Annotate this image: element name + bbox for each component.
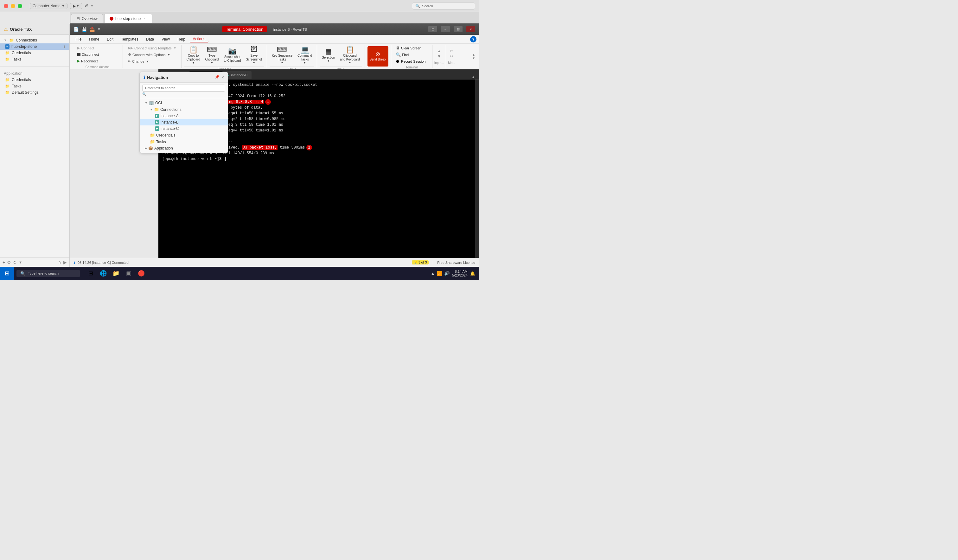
sidebar-hub-step-stone[interactable]: H hub-step-stone ⬆ (0, 43, 69, 50)
taskbar-search[interactable]: 🔍 Type here to search (16, 270, 80, 277)
nav-pin-icon[interactable]: 📌 (215, 75, 220, 80)
tab-session[interactable]: hub-step-stone × (104, 14, 152, 23)
chevron-down-icon2[interactable]: ▼ (19, 260, 22, 264)
taskbar-time-display[interactable]: 8:14 AM 5/23/2024 (452, 270, 468, 277)
menu-home[interactable]: Home (86, 36, 102, 42)
sidebar-app-tasks[interactable]: 📁 Tasks (0, 83, 69, 89)
terminal-title-left: 📄 💾 📤 ▼ (73, 27, 101, 32)
menu-data[interactable]: Data (143, 36, 157, 42)
arrow-up-button[interactable]: ▲ (437, 48, 441, 53)
arrow-right-icon[interactable]: ▶ (63, 260, 67, 265)
app-dropdown1[interactable]: Computer Name ▼ (30, 3, 68, 9)
taskbar-search-placeholder: Type here to search (28, 271, 59, 275)
copy-clipboard-button[interactable]: 📋 Copy toClipboard ▼ (184, 45, 202, 65)
sidebar-default-settings[interactable]: 📁 Default Settings (0, 89, 69, 96)
sync-icon[interactable]: ↻ (13, 260, 17, 265)
minimize-terminal-button[interactable]: − (441, 26, 450, 32)
ribbon-scroll-down[interactable]: ▼ (472, 56, 475, 60)
find-button[interactable]: 🔍 Find (394, 52, 430, 58)
menu-file[interactable]: File (72, 36, 84, 42)
nav-item-instance-a[interactable]: ▶ instance-A (140, 113, 228, 119)
search-bar[interactable]: 🔍 (412, 3, 475, 10)
taskbar-app-widgets[interactable]: ⊟ (85, 268, 96, 279)
settings-icon[interactable]: ⚙ (7, 260, 11, 265)
terminal-scrollbar[interactable] (475, 79, 479, 280)
sidebar-connections[interactable]: ▼ 📁 Connections (0, 37, 69, 43)
nav-item-oci[interactable]: ▼ 🏢 OCI (140, 100, 228, 106)
nav-close-icon[interactable]: × (221, 75, 224, 80)
nav-item-credentials[interactable]: 📁 Credentials (140, 132, 228, 138)
sidebar-credentials[interactable]: 📁 Credentials (0, 50, 69, 56)
taskbar-up-arrow-icon[interactable]: ▲ (430, 271, 435, 276)
terminal-connection-title: Terminal Connection (222, 26, 267, 32)
taskbar-start-button[interactable]: ⊞ (0, 267, 14, 280)
arrow-down-button[interactable]: ▼ (437, 54, 441, 59)
screenshot-clipboard-button[interactable]: 📷 Screenshotto Clipboard (221, 45, 243, 65)
nav-item-connections[interactable]: ▼ 📁 Connections (140, 106, 228, 113)
ribbon-scroll-up[interactable]: ▲ (472, 53, 475, 56)
connect-button[interactable]: ▶ Connect (75, 45, 120, 51)
maximize-button[interactable] (18, 4, 22, 8)
nav-item-application[interactable]: ▶ 📦 Application (140, 145, 228, 151)
clipboard-keyboard-button[interactable]: 📋 Clipboardand Keyboard ▼ (338, 45, 362, 65)
selection-button[interactable]: ▦ Selection ▼ (320, 45, 337, 65)
minimize-button[interactable] (11, 4, 15, 8)
taskbar-network-icon[interactable]: 📶 (437, 271, 442, 276)
reconnect-button[interactable]: ▶ Reconnect (75, 58, 120, 64)
connect-template-button[interactable]: ▶▶ Connect using Template ▼ (125, 45, 179, 51)
nav-item-instance-c[interactable]: ▶ instance-C (140, 125, 228, 132)
taskbar-app-terminal[interactable]: ▣ (123, 268, 134, 279)
edge-icon: 🌐 (100, 270, 107, 277)
command-tasks-button[interactable]: 💻 CommandTasks ▼ (295, 45, 314, 65)
menu-actions[interactable]: Actions (190, 36, 208, 43)
sidebar-app-credentials[interactable]: 📁 Credentials (0, 77, 69, 83)
more-arrow-up[interactable]: ✂ (450, 48, 453, 53)
default-settings-icon: 📁 (5, 90, 10, 95)
command-tasks-label: CommandTasks (297, 54, 312, 62)
sidebar-tasks[interactable]: 📁 Tasks (0, 56, 69, 62)
taskbar-app-edge[interactable]: 🌐 (98, 268, 109, 279)
disconnect-button[interactable]: Disconnect (75, 52, 120, 57)
taskbar-notifications-icon[interactable]: 🔔 (470, 271, 475, 276)
key-sequence-button[interactable]: ⌨ Key SequenceTasks ▼ (270, 45, 295, 65)
close-terminal-button[interactable]: × (466, 26, 475, 32)
terminal-save-icon[interactable]: 💾 (81, 27, 87, 32)
taskbar-volume-icon[interactable]: 🔊 (444, 271, 449, 276)
add-icon[interactable]: + (3, 260, 5, 265)
save-screenshot-button[interactable]: 🖼 SaveScreenshot ▼ (244, 45, 264, 65)
menu-help[interactable]: Help (174, 36, 189, 42)
clear-screen-button[interactable]: 🖥 Clear Screen (394, 45, 430, 51)
connect-template-icon: ▶▶ (128, 46, 133, 50)
change-button[interactable]: ✏ Change ▼ (125, 58, 179, 64)
session-tab-close[interactable]: × (143, 16, 147, 21)
help-button[interactable]: ? (470, 36, 476, 43)
star-icon[interactable]: ☆ (58, 260, 62, 265)
record-session-button[interactable]: ⏺ Record Session (394, 58, 430, 64)
tab-overview[interactable]: ⊞ Overview (71, 14, 103, 23)
expand-button[interactable]: ⊡ (428, 26, 437, 32)
close-button[interactable] (4, 4, 8, 8)
terminal-nav-icon[interactable]: 📄 (73, 27, 79, 32)
taskbar-app-explorer[interactable]: 📁 (110, 268, 122, 279)
search-input[interactable] (422, 4, 472, 8)
nav-item-tasks[interactable]: 📁 Tasks (140, 138, 228, 145)
terminal-share-icon[interactable]: 📤 (89, 27, 95, 32)
terminal-dropdown-icon[interactable]: ▼ (97, 27, 101, 31)
menu-view[interactable]: View (159, 36, 173, 42)
status-separator: | (433, 261, 433, 265)
more-arrow-down[interactable]: ✂ (450, 54, 453, 59)
menu-templates[interactable]: Templates (118, 36, 141, 42)
history-dropdown-icon[interactable]: ▼ (90, 5, 94, 8)
restore-terminal-button[interactable]: ⊟ (454, 26, 463, 32)
type-clipboard-button[interactable]: ⌨ TypeClipboard ▼ (203, 45, 221, 65)
nav-item-instance-b[interactable]: ▶ instance-B (140, 119, 228, 125)
taskbar-app-oracle[interactable]: 🔴 (136, 268, 147, 279)
menu-edit[interactable]: Edit (103, 36, 117, 42)
history-icon[interactable]: ↺ (84, 3, 88, 8)
connect-options-button[interactable]: ⚙ Connect with Options ▼ (125, 52, 179, 58)
send-break-button[interactable]: ⊘ Send Break (368, 46, 389, 67)
term-tab-up-icon[interactable]: ▲ (470, 75, 476, 79)
nav-search-input[interactable] (142, 84, 225, 92)
sidebar-application[interactable]: Application (0, 70, 69, 77)
play-dropdown[interactable]: ▶ ▼ (70, 3, 82, 9)
